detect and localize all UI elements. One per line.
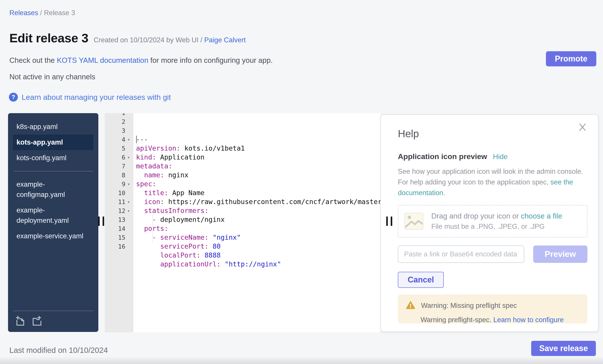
sidebar-file-item[interactable]: example- deployment.yaml — [13, 202, 93, 228]
line-number: 1 — [105, 113, 125, 116]
cancel-button[interactable]: Cancel — [398, 272, 444, 288]
icon-preview-section-header: Application icon preview Hide — [398, 152, 587, 161]
code-line[interactable]: - deployment/nginx — [136, 215, 381, 224]
gutter-line: 15 — [105, 233, 133, 242]
code-token: - serviceName: — [152, 233, 209, 241]
code-line[interactable]: title: App Name — [136, 188, 381, 197]
file-sidebar: k8s-app.yamlkots-app.yamlkots-config.yam… — [8, 113, 98, 332]
gutter-line[interactable]: 6▾ — [105, 153, 133, 162]
author-link[interactable]: Paige Calvert — [204, 36, 246, 44]
code-token: --- — [136, 135, 148, 143]
hide-link[interactable]: Hide — [493, 153, 508, 161]
created-text: Created on 10/10/2024 by Web UI / — [94, 36, 204, 44]
gutter-line[interactable]: 4▾ — [105, 135, 133, 144]
code-line[interactable]: localPort: 8888 — [136, 251, 381, 260]
sidebar-file-item[interactable]: example-service.yaml — [13, 228, 93, 244]
code-line[interactable]: metadata: — [136, 162, 381, 171]
icon-url-input[interactable] — [398, 245, 524, 263]
code-token — [136, 171, 144, 179]
dropzone-text: Drag and drop your icon or choose a file… — [431, 212, 562, 231]
code-token: Application — [156, 153, 205, 161]
editor-gutter: 1234▾56▾789▾1011▾12▾13141516 — [105, 113, 133, 277]
gutter-line: 3 — [105, 126, 133, 135]
code-line[interactable]: icon: https://raw.githubusercontent.com/… — [136, 197, 381, 206]
code-token: 8888 — [200, 251, 220, 259]
code-line[interactable]: kind: Application — [136, 153, 381, 162]
gutter-line: 8 — [105, 171, 133, 179]
preview-button[interactable]: Preview — [533, 245, 587, 263]
code-token: kots.io/v1beta1 — [180, 144, 245, 152]
code-token: localPort: — [160, 251, 200, 259]
page-title: Edit release 3 — [9, 31, 88, 45]
choose-file-link[interactable]: choose a file — [521, 212, 562, 220]
close-icon[interactable] — [577, 121, 588, 134]
resize-grip-bar — [98, 217, 100, 226]
code-token: spec: — [136, 180, 156, 188]
save-release-button[interactable]: Save release — [531, 341, 596, 356]
code-token — [136, 260, 160, 268]
code-token: applicationUrl: — [160, 260, 220, 268]
drag-drop-text: Drag and drop your icon or — [431, 212, 521, 220]
gutter-line[interactable]: 12▾ — [105, 206, 133, 215]
icon-dropzone[interactable]: Drag and drop your icon or choose a file… — [398, 205, 587, 237]
warning-row-1: Warning: Missing preflight spec — [406, 300, 580, 311]
section-title: Application icon preview — [398, 152, 487, 161]
gutter-line[interactable]: 9▾ — [105, 179, 133, 188]
dropzone-line1: Drag and drop your icon or choose a file — [431, 212, 562, 220]
image-placeholder-icon — [404, 212, 424, 230]
dropzone-file-types: File must be a .PNG, .JPEG, or .JPG — [431, 222, 562, 231]
git-releases-link[interactable]: Learn about managing your releases with … — [22, 93, 171, 102]
code-line[interactable]: statusInformers: — [136, 206, 381, 215]
sidebar-file-item[interactable]: example- configmap.yaml — [13, 177, 93, 202]
add-file-icon[interactable] — [15, 315, 25, 326]
code-line[interactable]: - serviceName: "nginx" — [136, 233, 381, 242]
sidebar-resize-handle[interactable] — [98, 217, 104, 226]
gutter-line: 13 — [105, 215, 133, 224]
gutter-line: 7 — [105, 162, 133, 171]
help-panel-title: Help — [398, 128, 587, 140]
code-line[interactable] — [136, 269, 381, 277]
gutter-line[interactable]: 11▾ — [105, 197, 133, 206]
help-panel-resize-handle[interactable] — [386, 217, 392, 226]
code-line[interactable]: apiVersion: kots.io/v1beta1 — [136, 144, 381, 153]
line-number: 14 — [105, 225, 125, 232]
code-line[interactable]: ports: — [136, 224, 381, 233]
sidebar-group-divider — [13, 171, 93, 171]
warning-detail: Warning preflight-spec. — [421, 316, 493, 323]
yaml-editor[interactable]: 1234▾56▾789▾1011▾12▾13141516 ---apiVersi… — [105, 113, 381, 332]
code-token: deployment/nginx — [160, 216, 225, 223]
edit-release-page: Releases / Release 3 Edit release 3 Crea… — [0, 0, 603, 364]
breadcrumb-releases-link[interactable]: Releases — [9, 9, 38, 17]
code-token: statusInformers: — [144, 207, 209, 215]
fold-toggle-icon[interactable]: ▾ — [125, 199, 132, 204]
code-line[interactable]: --- — [136, 135, 381, 144]
sidebar-file-item[interactable]: kots-app.yaml — [13, 134, 93, 150]
code-line[interactable]: spec: — [136, 179, 381, 188]
code-line[interactable]: servicePort: 80 — [136, 242, 381, 251]
icon-url-row: Preview — [398, 245, 587, 263]
code-token — [136, 242, 160, 250]
fold-toggle-icon[interactable]: ▾ — [125, 137, 132, 142]
promote-button[interactable]: Promote — [546, 51, 596, 66]
line-number: 11 — [105, 199, 125, 205]
line-number: 4 — [105, 136, 125, 143]
sidebar-file-item[interactable]: kots-config.yaml — [13, 150, 93, 166]
channel-status: Not active in any channels — [9, 73, 95, 81]
gutter-line: 5 — [105, 144, 133, 153]
code-token: icon: — [144, 198, 164, 206]
kots-yaml-doc-link[interactable]: KOTS YAML documentation — [57, 56, 148, 64]
editor-code[interactable]: ---apiVersion: kots.io/v1beta1kind: Appl… — [133, 113, 381, 277]
add-folder-icon[interactable] — [32, 315, 42, 326]
code-token — [136, 251, 160, 259]
git-help-line[interactable]: ? Learn about managing your releases wit… — [9, 93, 171, 102]
fold-toggle-icon[interactable]: ▾ — [125, 182, 132, 187]
line-number: 13 — [105, 216, 125, 223]
line-number: 15 — [105, 234, 125, 241]
fold-toggle-icon[interactable]: ▾ — [125, 208, 132, 213]
fold-toggle-icon[interactable]: ▾ — [125, 155, 132, 160]
code-line[interactable]: applicationUrl: "http://nginx" — [136, 260, 381, 269]
code-line[interactable]: name: nginx — [136, 171, 381, 179]
line-number: 12 — [105, 207, 125, 214]
sidebar-file-item[interactable]: k8s-app.yaml — [13, 119, 93, 134]
learn-configure-link[interactable]: Learn how to configure — [493, 316, 564, 323]
